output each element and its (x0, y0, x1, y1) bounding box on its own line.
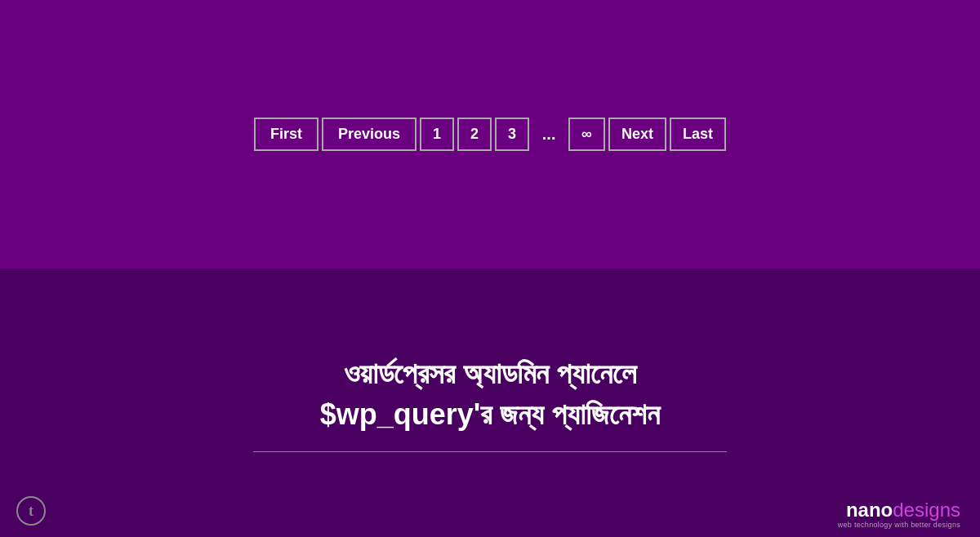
next-button[interactable]: Next (608, 118, 666, 151)
t-icon: t (16, 496, 46, 526)
first-button[interactable]: First (254, 118, 318, 151)
last-button[interactable]: Last (670, 118, 726, 151)
page1-button[interactable]: 1 (420, 118, 454, 151)
infinity-button[interactable]: ∞ (568, 118, 605, 151)
top-section: First Previous 1 2 3 ... ∞ Next Last (0, 0, 980, 268)
logo-designs: designs (893, 499, 960, 521)
bottom-divider (253, 451, 727, 452)
previous-button[interactable]: Previous (322, 118, 416, 151)
logo-tagline: web technology with better designs (838, 521, 960, 529)
title-line2: $wp_query'র জন্য প্যাজিনেশন (320, 394, 661, 435)
ellipsis-indicator: ... (532, 118, 565, 150)
logo-nano: nano (846, 499, 893, 521)
bottom-title: ওয়ার্ডপ্রেসর অ্যাডমিন প্যানেলে $wp_quer… (320, 353, 661, 436)
page3-button[interactable]: 3 (495, 118, 529, 151)
title-line1: ওয়ার্ডপ্রেসর অ্যাডমিন প্যানেলে (320, 353, 661, 394)
logo-text: nanodesigns (846, 499, 960, 521)
logo-container: nanodesigns web technology with better d… (838, 499, 960, 529)
pagination-container: First Previous 1 2 3 ... ∞ Next Last (254, 118, 726, 151)
page2-button[interactable]: 2 (457, 118, 492, 151)
bottom-section: ওয়ার্ডপ্রেসর অ্যাডমিন প্যানেলে $wp_quer… (0, 268, 980, 537)
